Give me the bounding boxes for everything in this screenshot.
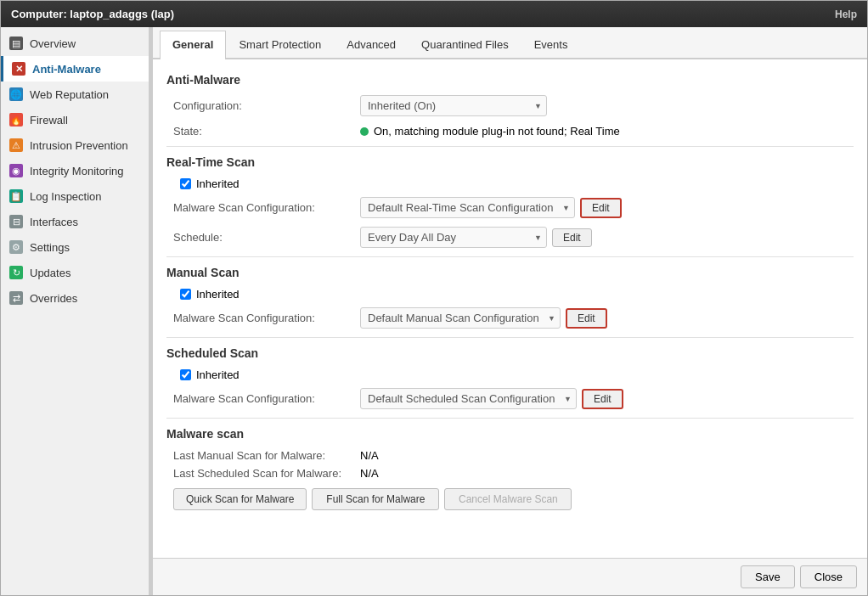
manual-inherited-row: Inherited (166, 288, 854, 301)
sidebar-label-settings: Settings (30, 241, 70, 254)
tab-smart-protection[interactable]: Smart Protection (226, 31, 334, 58)
firewall-icon: 🔥 (9, 113, 23, 127)
schedule-select-wrapper[interactable]: Every Day All Day (360, 227, 547, 248)
realtime-malware-select-wrapper[interactable]: Default Real-Time Scan Configuration (360, 197, 575, 218)
sidebar-item-firewall[interactable]: 🔥 Firewall (1, 107, 149, 132)
content-area: General Smart Protection Advanced Quaran… (153, 27, 867, 595)
loginspect-icon: 📋 (9, 189, 23, 203)
manual-malware-row: Malware Scan Configuration: Default Manu… (166, 307, 854, 329)
save-button[interactable]: Save (741, 565, 795, 588)
sidebar-label-anti-malware: Anti-Malware (32, 63, 101, 76)
web-icon: 🌐 (9, 87, 23, 101)
manual-malware-label: Malware Scan Configuration: (173, 312, 360, 324)
cancel-scan-button[interactable]: Cancel Malware Scan (444, 488, 572, 510)
footer: Save Close (153, 558, 867, 595)
manual-malware-select-wrapper[interactable]: Default Manual Scan Configuration (360, 307, 561, 329)
title-bar: Computer: laptop_adaggs (lap) Help (1, 1, 867, 27)
state-text: On, matching module plug-in not found; R… (374, 125, 620, 138)
sidebar-item-anti-malware[interactable]: ✕ Anti-Malware (1, 56, 149, 82)
manual-inherited-label: Inherited (196, 288, 240, 301)
scheduled-malware-value: Default Scheduled Scan Configuration Edi… (360, 388, 623, 409)
scheduled-malware-select[interactable]: Default Scheduled Scan Configuration (360, 388, 577, 409)
scheduled-inherited-row: Inherited (166, 368, 854, 381)
updates-icon: ↻ (9, 266, 23, 279)
scheduled-malware-row: Malware Scan Configuration: Default Sche… (166, 388, 854, 409)
tab-events[interactable]: Events (521, 31, 581, 58)
sidebar-label-log-inspection: Log Inspection (30, 190, 102, 203)
schedule-select[interactable]: Every Day All Day (360, 227, 547, 248)
scheduled-edit-button[interactable]: Edit (582, 389, 623, 409)
tab-quarantined-files[interactable]: Quarantined Files (409, 31, 521, 58)
manual-malware-select[interactable]: Default Manual Scan Configuration (360, 307, 561, 329)
sidebar: ▤ Overview ✕ Anti-Malware 🌐 Web Reputati… (1, 27, 149, 595)
realtime-malware-label: Malware Scan Configuration: (173, 201, 360, 214)
configuration-select[interactable]: Inherited (On) (360, 95, 547, 116)
scheduled-malware-select-wrapper[interactable]: Default Scheduled Scan Configuration (360, 388, 577, 409)
manual-edit-button[interactable]: Edit (566, 308, 607, 329)
help-button[interactable]: Help (835, 8, 857, 20)
divider-1 (166, 146, 854, 147)
overview-icon: ▤ (9, 37, 23, 50)
sidebar-label-overrides: Overrides (30, 292, 77, 305)
sidebar-item-updates[interactable]: ↻ Updates (1, 260, 149, 285)
manual-inherited-checkbox[interactable] (180, 289, 191, 300)
status-dot (360, 127, 369, 136)
sidebar-item-overrides[interactable]: ⇄ Overrides (1, 285, 149, 311)
realtime-malware-select[interactable]: Default Real-Time Scan Configuration (360, 197, 575, 218)
tab-bar: General Smart Protection Advanced Quaran… (153, 27, 867, 59)
tab-advanced[interactable]: Advanced (334, 31, 409, 58)
scheduled-malware-label: Malware Scan Configuration: (173, 392, 360, 405)
last-manual-row: Last Manual Scan for Malware: N/A (166, 449, 854, 462)
last-manual-label: Last Manual Scan for Malware: (173, 449, 360, 462)
main-area: ▤ Overview ✕ Anti-Malware 🌐 Web Reputati… (1, 27, 867, 595)
anti-malware-section-title: Anti-Malware (166, 73, 854, 87)
sidebar-label-overview: Overview (30, 37, 76, 50)
schedule-row: Schedule: Every Day All Day Edit (166, 227, 854, 248)
main-window: Computer: laptop_adaggs (lap) Help ▤ Ove… (0, 0, 868, 596)
full-scan-button[interactable]: Full Scan for Malware (312, 488, 439, 510)
malware-scan-section-title: Malware scan (166, 427, 854, 441)
manual-scan-section-title: Manual Scan (166, 266, 854, 279)
sidebar-item-log-inspection[interactable]: 📋 Log Inspection (1, 183, 149, 209)
schedule-edit-button[interactable]: Edit (552, 228, 592, 247)
last-manual-value: N/A (360, 449, 379, 462)
tab-general[interactable]: General (160, 31, 226, 59)
last-scheduled-row: Last Scheduled Scan for Malware: N/A (166, 467, 854, 480)
main-panel: Anti-Malware Configuration: Inherited (O… (153, 59, 867, 558)
sidebar-item-settings[interactable]: ⚙ Settings (1, 234, 149, 260)
divider-2 (166, 256, 854, 257)
state-value: On, matching module plug-in not found; R… (360, 125, 620, 138)
realtime-malware-row: Malware Scan Configuration: Default Real… (166, 197, 854, 218)
configuration-value: Inherited (On) (360, 95, 547, 116)
scheduled-scan-section-title: Scheduled Scan (166, 346, 854, 360)
antimalware-icon: ✕ (12, 62, 25, 76)
sidebar-item-overview[interactable]: ▤ Overview (1, 31, 149, 56)
sidebar-label-intrusion-prevention: Intrusion Prevention (30, 139, 128, 152)
sidebar-item-intrusion-prevention[interactable]: ⚠ Intrusion Prevention (1, 132, 149, 158)
schedule-label: Schedule: (173, 231, 360, 244)
realtime-inherited-checkbox[interactable] (180, 178, 191, 189)
quick-scan-button[interactable]: Quick Scan for Malware (173, 488, 307, 510)
integrity-icon: ◉ (9, 164, 23, 177)
scheduled-inherited-checkbox[interactable] (180, 369, 191, 380)
schedule-value: Every Day All Day Edit (360, 227, 592, 248)
sidebar-label-firewall: Firewall (30, 114, 68, 127)
realtime-inherited-label: Inherited (196, 177, 240, 190)
realtime-edit-button[interactable]: Edit (580, 198, 622, 218)
last-scheduled-value: N/A (360, 467, 379, 480)
configuration-label: Configuration: (173, 99, 360, 112)
sidebar-label-updates: Updates (30, 267, 70, 279)
overrides-icon: ⇄ (9, 291, 23, 305)
state-label: State: (173, 125, 360, 138)
configuration-select-wrapper[interactable]: Inherited (On) (360, 95, 547, 116)
sidebar-item-integrity-monitoring[interactable]: ◉ Integrity Monitoring (1, 158, 149, 183)
close-button[interactable]: Close (800, 565, 857, 588)
divider-3 (166, 337, 854, 338)
settings-icon: ⚙ (9, 240, 23, 254)
configuration-row: Configuration: Inherited (On) (166, 95, 854, 116)
sidebar-item-interfaces[interactable]: ⊟ Interfaces (1, 209, 149, 234)
intrusion-icon: ⚠ (9, 138, 23, 152)
interfaces-icon: ⊟ (9, 215, 23, 228)
sidebar-item-web-reputation[interactable]: 🌐 Web Reputation (1, 82, 149, 107)
window-title: Computer: laptop_adaggs (lap) (11, 8, 174, 20)
